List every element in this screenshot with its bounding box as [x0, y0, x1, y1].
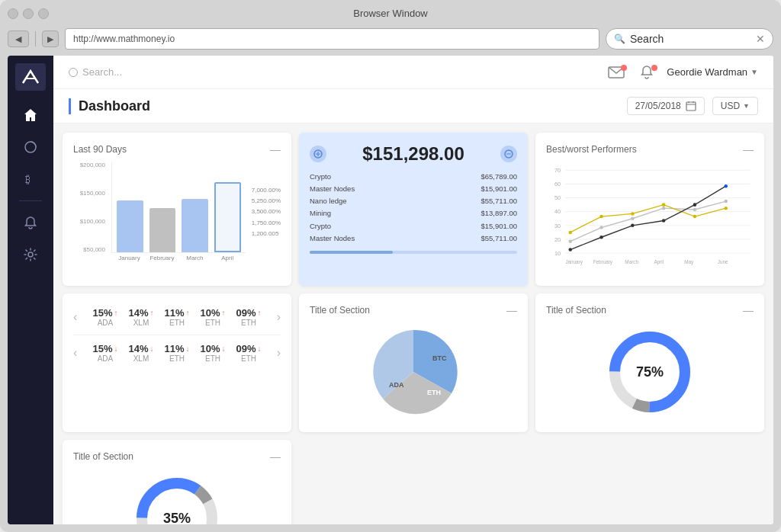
crypto-item-b1: 14% ↓ XLM	[128, 343, 153, 363]
legend-5: 1,200.005	[252, 229, 281, 239]
search-circle-icon	[69, 68, 78, 77]
crypto-pct-row-b0: 15% ↓	[92, 343, 117, 354]
line-chart-menu[interactable]: —	[743, 143, 754, 155]
svg-point-31	[662, 203, 666, 207]
sidebar-item-settings[interactable]	[15, 241, 46, 268]
currency-value: USD	[721, 101, 740, 111]
sidebar-item-home[interactable]	[15, 101, 46, 129]
clear-search-button[interactable]: ✕	[756, 33, 765, 45]
crypto-item-1: 14% ↑ XLM	[128, 307, 153, 327]
crypto-next-button[interactable]: ›	[277, 310, 281, 324]
svg-text:March: March	[625, 259, 638, 264]
crypto-pct-row-2: 11% ↑	[164, 307, 189, 319]
pie-chart-title: Title of Section	[310, 305, 370, 316]
sidebar-item-chart[interactable]	[15, 133, 46, 161]
svg-text:50: 50	[554, 194, 561, 201]
crypto-down-arrow-1: ↓	[149, 345, 153, 353]
minimize-dot[interactable]	[23, 8, 34, 19]
svg-point-32	[693, 215, 697, 219]
pie-svg: BTC ADA ETH	[352, 322, 474, 421]
bar-jan-fill	[117, 200, 143, 252]
svg-point-29	[599, 215, 603, 219]
user-name: Geordie Wardman	[667, 66, 747, 78]
donut1-menu[interactable]: —	[743, 304, 754, 316]
donut1-header: Title of Section —	[546, 304, 754, 316]
search-icon: 🔍	[614, 34, 625, 44]
chevron-down-icon: ▼	[750, 68, 758, 76]
crypto-item-b4: 09% ↓ ETH	[236, 343, 262, 363]
bar-chart-menu[interactable]: —	[270, 143, 281, 155]
bar-apr-fill	[214, 182, 241, 252]
portfolio-row-6: Master Nodes$55,711.00	[310, 232, 517, 245]
top-search[interactable]: Search...	[69, 66, 122, 78]
pie-chart-menu[interactable]: —	[506, 304, 517, 316]
forward-button[interactable]: ▶	[42, 30, 59, 47]
donut2-menu[interactable]: —	[270, 450, 281, 463]
currency-selector[interactable]: USD ▼	[712, 97, 758, 115]
crypto-pct-4: 09%	[236, 307, 256, 319]
svg-point-37	[662, 219, 666, 223]
email-icon[interactable]	[606, 65, 627, 80]
crypto-up-arrow-2: ↑	[186, 309, 190, 317]
svg-text:February: February	[593, 259, 613, 265]
svg-point-23	[599, 226, 603, 229]
crypto-up-arrow-3: ↑	[222, 309, 226, 317]
p-val-3: $55,711.00	[480, 195, 517, 207]
crypto-down-arrow-3: ↓	[222, 345, 226, 353]
date-picker[interactable]: 27/05/2018	[627, 97, 705, 115]
browser-title: Browser Window	[353, 8, 428, 19]
browser-window: Browser Window ◀ ▶ http://www.mathmoney.…	[0, 0, 781, 532]
donut1-wrapper: 75%	[546, 322, 754, 421]
crypto-name-1: XLM	[133, 319, 149, 327]
portfolio-row-2: Master Nodes$15,901.00	[310, 183, 517, 195]
user-menu[interactable]: Geordie Wardman ▼	[667, 66, 758, 78]
svg-point-35	[599, 236, 603, 239]
portfolio-list: Crypto$65,789.00 Master Nodes$15,901.00 …	[310, 171, 517, 245]
email-badge	[621, 65, 627, 71]
bell-icon[interactable]	[636, 65, 657, 80]
browser-search-bar[interactable]: 🔍 Search ✕	[606, 28, 773, 50]
svg-point-30	[631, 212, 635, 216]
svg-point-36	[631, 224, 635, 228]
donut2-title: Title of Section	[73, 451, 133, 462]
browser-titlebar: Browser Window	[8, 8, 773, 25]
bar-mar	[182, 199, 208, 252]
sidebar-item-notifications[interactable]	[15, 209, 46, 236]
portfolio-progress-bg	[310, 251, 517, 254]
crypto-pct-3: 10%	[201, 307, 220, 319]
crypto-pct-row-4: 09% ↑	[236, 307, 262, 319]
p-name-5: Crypto	[310, 220, 331, 232]
pie-chart-header: Title of Section —	[310, 304, 517, 316]
portfolio-left-icon[interactable]	[310, 146, 326, 162]
p-name-1: Crypto	[310, 171, 331, 183]
svg-text:April: April	[654, 259, 664, 265]
svg-point-39	[724, 184, 728, 188]
crypto-top-items: 15% ↑ ADA 14% ↑ XLM	[77, 307, 276, 327]
crypto-strip-card: ‹ 15% ↑ ADA 14%	[63, 293, 291, 432]
portfolio-progress-bar	[310, 251, 393, 254]
x-label-mar: March	[182, 255, 208, 261]
bell-badge	[651, 65, 657, 71]
svg-text:January: January	[565, 259, 583, 265]
portfolio-right-icon[interactable]	[500, 146, 517, 162]
crypto-pct-b4: 09%	[236, 343, 256, 354]
crypto-name-b0: ADA	[98, 354, 114, 363]
crypto-next-button-2[interactable]: ›	[277, 346, 281, 360]
bar-chart-card: Last 90 Days — $200,000 $150,000 $100,00…	[63, 133, 291, 286]
p-val-2: $15,901.00	[480, 183, 517, 195]
crypto-name-4: ETH	[241, 319, 256, 327]
url-bar[interactable]: http://www.mathmoney.io	[65, 28, 599, 50]
crypto-item-b3: 10% ↓ ETH	[201, 343, 226, 363]
crypto-down-arrow-2: ↓	[186, 345, 190, 353]
sidebar-item-bitcoin[interactable]: ₿	[15, 165, 46, 193]
crypto-up-arrow-1: ↑	[149, 309, 153, 317]
p-name-2: Master Nodes	[310, 183, 355, 195]
bars-container	[111, 162, 246, 253]
svg-rect-5	[686, 102, 696, 111]
back-button[interactable]: ◀	[8, 30, 29, 47]
portfolio-value: $151,298.00	[362, 143, 464, 165]
close-dot[interactable]	[8, 8, 18, 19]
p-val-1: $65,789.00	[480, 171, 517, 183]
maximize-dot[interactable]	[38, 8, 49, 19]
crypto-pct-row-b1: 14% ↓	[128, 343, 153, 354]
